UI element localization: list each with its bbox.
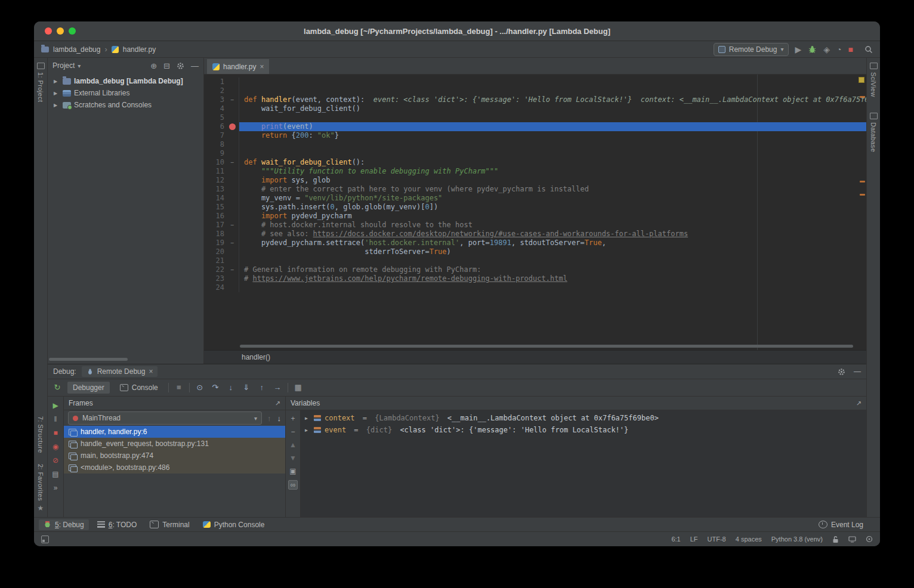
settings-gear-icon[interactable] <box>177 62 184 70</box>
frame-row[interactable]: handle_event_request, bootstrap.py:131 <box>64 438 285 450</box>
code-line-15[interactable]: 15 sys.path.insert(0, glob.glob(my_venv)… <box>204 203 866 212</box>
toolwindow-button---todo[interactable]: 6: TODO <box>92 519 142 530</box>
search-everywhere-button[interactable] <box>864 45 873 54</box>
inspections-widget[interactable] <box>859 77 864 83</box>
run-configuration-select[interactable]: Remote Debug ▾ <box>714 43 789 56</box>
gutter[interactable] <box>228 194 239 203</box>
chevron-right-icon[interactable]: ▶ <box>54 91 60 96</box>
threads-view-button[interactable]: ▦ <box>293 383 304 392</box>
caret-position[interactable]: 6:1 <box>671 536 680 543</box>
code-line-3[interactable]: 3−def handler(event, context): event: <c… <box>204 95 866 104</box>
frame-row[interactable]: handler, handler.py:6 <box>64 426 285 438</box>
collapse-all-button[interactable]: ⊟ <box>163 61 170 70</box>
frame-row[interactable]: main, bootstrap.py:474 <box>64 450 285 462</box>
code-line-10[interactable]: 10−def wait_for_debug_client(): <box>204 158 866 167</box>
rerun-button[interactable]: ↻ <box>52 383 63 392</box>
remove-watch-button[interactable]: − <box>291 428 295 436</box>
code-line-11[interactable]: 11 """Utility function to enable debuggi… <box>204 167 866 176</box>
show-return-values-button[interactable]: ∞ <box>288 480 298 490</box>
tab-console[interactable]: Console <box>115 382 163 394</box>
gutter[interactable] <box>228 256 239 265</box>
gutter[interactable]: − <box>228 158 239 167</box>
settings-gear-icon[interactable] <box>838 368 845 376</box>
close-icon[interactable]: × <box>260 63 264 71</box>
resume-button[interactable]: ▶ <box>53 401 58 410</box>
code-line-16[interactable]: 16 import pydevd_pycharm <box>204 212 866 221</box>
line-separator[interactable]: LF <box>690 536 698 543</box>
fold-icon[interactable]: − <box>230 95 234 104</box>
gutter[interactable] <box>228 122 239 131</box>
notifications-icon[interactable] <box>866 536 873 543</box>
stop-button[interactable]: ■ <box>848 45 853 54</box>
layout-settings-button[interactable]: ≡ <box>174 383 184 392</box>
screen-reader-icon[interactable] <box>848 536 856 543</box>
close-icon[interactable]: × <box>149 367 153 376</box>
line-number[interactable]: 9 <box>204 149 228 158</box>
toolwindow-button-event-log[interactable]: Event Log <box>814 519 868 530</box>
line-number[interactable]: 22 <box>204 265 228 274</box>
code-line-9[interactable]: 9 <box>204 149 866 158</box>
breadcrumb-function[interactable]: handler() <box>242 353 270 361</box>
duplicate-watch-button[interactable]: ▣ <box>289 467 296 475</box>
code-line-19[interactable]: 19− pydevd_pycharm.settrace('host.docker… <box>204 239 866 247</box>
zoom-window-button[interactable] <box>69 27 76 35</box>
line-number[interactable]: 3 <box>204 95 228 104</box>
file-encoding[interactable]: UTF-8 <box>708 536 726 543</box>
line-number[interactable]: 6 <box>204 122 228 131</box>
run-to-cursor-button[interactable]: → <box>272 383 283 392</box>
code-line-23[interactable]: 23# https://www.jetbrains.com/help/pycha… <box>204 274 866 283</box>
code-line-18[interactable]: 18 # see also: https://docs.docker.com/d… <box>204 230 866 239</box>
code-line-8[interactable]: 8 <box>204 140 866 149</box>
fold-icon[interactable]: − <box>230 221 234 230</box>
open-in-editor-icon[interactable]: ↗ <box>275 400 280 407</box>
hide-panel-button[interactable]: — <box>191 61 199 70</box>
gutter[interactable] <box>228 167 239 176</box>
code-editor[interactable]: 123−def handler(event, context): event: … <box>204 75 866 350</box>
debug-button[interactable] <box>808 45 817 54</box>
line-number[interactable]: 19 <box>204 239 228 247</box>
project-hscrollbar[interactable] <box>49 358 200 361</box>
restore-layout-button[interactable]: ▤ <box>52 470 58 478</box>
indent-style[interactable]: 4 spaces <box>736 536 762 543</box>
step-into-button[interactable]: ↓ <box>226 383 236 392</box>
gutter[interactable] <box>228 149 239 158</box>
pause-button[interactable]: ‖ <box>54 415 57 423</box>
run-button[interactable]: ▶ <box>795 45 802 54</box>
gutter[interactable] <box>228 212 239 221</box>
locate-file-button[interactable]: ⊕ <box>150 61 157 70</box>
fold-icon[interactable]: − <box>230 158 234 167</box>
line-number[interactable]: 15 <box>204 203 228 212</box>
view-breakpoints-button[interactable]: ◉ <box>53 442 58 451</box>
line-number[interactable]: 23 <box>204 274 228 283</box>
toolwindow-button-structure[interactable]: 7: Structure <box>37 416 44 453</box>
gutter[interactable] <box>228 140 239 149</box>
warning-stripe-mark[interactable] <box>860 181 865 182</box>
editor-hscrollbar[interactable] <box>240 345 853 348</box>
gutter[interactable] <box>228 78 239 86</box>
error-stripe[interactable] <box>858 75 866 350</box>
force-step-into-button[interactable]: ⇓ <box>241 383 252 392</box>
tree-item[interactable]: ▶External Libraries <box>48 87 203 99</box>
line-number[interactable]: 13 <box>204 185 228 194</box>
tree-item[interactable]: ▶lambda_debug [Lambda Debug] <box>48 75 203 87</box>
show-execution-point-button[interactable]: ⊙ <box>194 383 205 392</box>
gutter[interactable]: − <box>228 221 239 230</box>
editor-tab-handler-py[interactable]: handler.py × <box>207 59 269 74</box>
tab-debugger[interactable]: Debugger <box>67 382 110 394</box>
line-number[interactable]: 7 <box>204 131 228 140</box>
thread-select[interactable]: MainThread ▾ <box>68 411 262 425</box>
gutter[interactable] <box>228 104 239 113</box>
code-line-7[interactable]: 7 return {200: "ok"} <box>204 131 866 140</box>
line-number[interactable]: 12 <box>204 176 228 185</box>
gutter[interactable] <box>228 176 239 185</box>
fold-icon[interactable]: − <box>230 239 234 247</box>
gutter[interactable]: − <box>228 95 239 104</box>
more-actions-button[interactable]: » <box>54 484 58 492</box>
breadcrumb-project[interactable]: lambda_debug <box>53 45 100 54</box>
line-number[interactable]: 17 <box>204 221 228 230</box>
gutter[interactable]: − <box>228 239 239 247</box>
coverage-button[interactable]: ◈ <box>823 45 830 54</box>
line-number[interactable]: 16 <box>204 212 228 221</box>
breadcrumb-file[interactable]: handler.py <box>123 45 156 54</box>
move-watch-up-button[interactable]: ▲ <box>289 441 297 449</box>
